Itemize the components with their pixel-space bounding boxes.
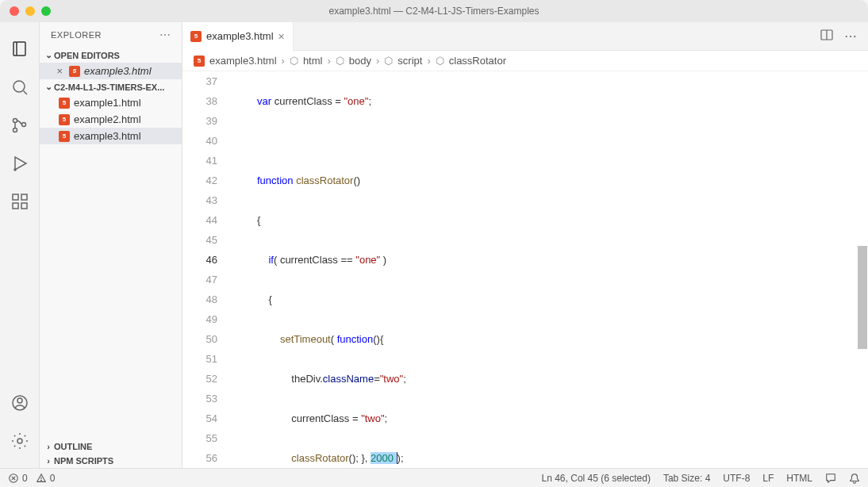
- breadcrumb-item[interactable]: script: [398, 55, 422, 67]
- symbol-icon: ⬡: [436, 55, 444, 67]
- eol-indicator[interactable]: LF: [762, 473, 774, 484]
- tabs-row: 5 example3.html × ⋯: [182, 22, 868, 51]
- window-title: example3.html — C2-M4-L1-JS-Timers-Examp…: [329, 6, 540, 17]
- html-file-icon: 5: [59, 131, 70, 142]
- encoding-indicator[interactable]: UTF-8: [723, 473, 750, 484]
- chevron-right-icon: ›: [427, 55, 430, 67]
- chevron-right-icon: ›: [43, 456, 54, 466]
- outline-label: OUTLINE: [54, 442, 92, 451]
- open-editors-label: OPEN EDITORS: [54, 51, 120, 60]
- split-editor-icon[interactable]: [820, 29, 833, 44]
- code-content[interactable]: var currentClass = "one"; function class…: [230, 71, 868, 468]
- chevron-right-icon: ›: [282, 55, 285, 67]
- explorer-more-icon[interactable]: ⋯: [159, 29, 171, 41]
- svg-rect-8: [21, 194, 27, 200]
- html-file-icon: 5: [190, 31, 202, 42]
- file-name: example2.html: [74, 113, 141, 125]
- open-editor-item[interactable]: × 5 example3.html: [40, 63, 182, 79]
- svg-point-4: [14, 169, 16, 171]
- breadcrumb-item[interactable]: classRotator: [449, 55, 506, 67]
- gutter: 37 38 39 40 41 42 43 44 45 46 47 48 49 5…: [182, 71, 230, 468]
- explorer-icon[interactable]: [9, 38, 31, 60]
- html-file-icon: 5: [59, 114, 70, 125]
- editor-actions: ⋯: [809, 29, 868, 44]
- chevron-down-icon: ⌄: [43, 50, 54, 60]
- chevron-right-icon: ›: [43, 442, 54, 451]
- errors-indicator[interactable]: 0: [8, 473, 28, 484]
- source-control-icon[interactable]: [9, 114, 31, 136]
- tab-label: example3.html: [206, 30, 274, 42]
- titlebar: example3.html — C2-M4-L1-JS-Timers-Examp…: [0, 0, 868, 22]
- maximize-window-button[interactable]: [41, 6, 51, 16]
- file-item[interactable]: 5 example3.html: [40, 128, 182, 144]
- svg-rect-7: [21, 203, 27, 209]
- svg-rect-6: [13, 203, 18, 209]
- outline-section[interactable]: › OUTLINE: [40, 439, 182, 454]
- editor-area: 5 example3.html × ⋯ 5 example3.html › ⬡ …: [182, 22, 868, 468]
- more-actions-icon[interactable]: ⋯: [844, 29, 857, 44]
- warnings-indicator[interactable]: 0: [36, 473, 56, 484]
- breadcrumb-item[interactable]: body: [349, 55, 371, 67]
- chevron-down-icon: ⌄: [43, 82, 54, 92]
- file-item[interactable]: 5 example2.html: [40, 111, 182, 128]
- folder-label: C2-M4-L1-JS-TIMERS-EX...: [54, 82, 164, 92]
- symbol-icon: ⬡: [384, 55, 393, 67]
- open-editor-filename: example3.html: [84, 65, 152, 77]
- traffic-lights: [10, 6, 51, 16]
- close-window-button[interactable]: [10, 6, 19, 16]
- notifications-icon[interactable]: [849, 473, 860, 484]
- breadcrumb-file[interactable]: example3.html: [209, 55, 277, 67]
- svg-point-0: [13, 81, 25, 92]
- open-editors-section[interactable]: ⌄ OPEN EDITORS: [40, 48, 182, 63]
- search-icon[interactable]: [9, 76, 31, 98]
- chevron-right-icon: ›: [327, 55, 330, 67]
- html-file-icon: 5: [69, 66, 80, 77]
- close-editor-icon[interactable]: ×: [54, 65, 65, 77]
- breadcrumb-item[interactable]: html: [303, 55, 323, 67]
- breadcrumb[interactable]: 5 example3.html › ⬡ html › ⬡ body › ⬡ sc…: [182, 51, 868, 71]
- chevron-right-icon: ›: [376, 55, 379, 67]
- feedback-icon[interactable]: [825, 473, 836, 484]
- npm-scripts-section[interactable]: › NPM SCRIPTS: [40, 454, 182, 468]
- npm-label: NPM SCRIPTS: [54, 456, 113, 466]
- svg-point-10: [17, 398, 22, 403]
- svg-point-3: [21, 123, 25, 127]
- symbol-icon: ⬡: [336, 55, 344, 67]
- code-editor[interactable]: 37 38 39 40 41 42 43 44 45 46 47 48 49 5…: [182, 71, 868, 468]
- file-name: example3.html: [74, 130, 141, 142]
- minimize-window-button[interactable]: [25, 6, 35, 16]
- file-name: example1.html: [74, 97, 141, 109]
- svg-point-1: [13, 119, 17, 123]
- explorer-title: EXPLORER: [51, 30, 102, 40]
- run-debug-icon[interactable]: [9, 152, 31, 174]
- language-indicator[interactable]: HTML: [786, 473, 812, 484]
- svg-point-2: [13, 128, 17, 132]
- cursor-position[interactable]: Ln 46, Col 45 (6 selected): [542, 473, 651, 484]
- close-tab-icon[interactable]: ×: [278, 30, 285, 43]
- statusbar: 0 0 Ln 46, Col 45 (6 selected) Tab Size:…: [0, 468, 868, 487]
- main-area: EXPLORER ⋯ ⌄ OPEN EDITORS × 5 example3.h…: [0, 22, 868, 468]
- svg-point-16: [40, 480, 41, 481]
- indent-indicator[interactable]: Tab Size: 4: [663, 473, 710, 484]
- sidebar-header: EXPLORER ⋯: [40, 22, 182, 48]
- settings-gear-icon[interactable]: [9, 430, 31, 452]
- symbol-icon: ⬡: [290, 55, 298, 67]
- extensions-icon[interactable]: [9, 190, 31, 213]
- scrollbar[interactable]: [857, 71, 868, 468]
- accounts-icon[interactable]: [9, 392, 31, 414]
- sidebar: EXPLORER ⋯ ⌄ OPEN EDITORS × 5 example3.h…: [40, 22, 182, 468]
- html-file-icon: 5: [194, 56, 205, 67]
- folder-section[interactable]: ⌄ C2-M4-L1-JS-TIMERS-EX...: [40, 79, 182, 94]
- file-item[interactable]: 5 example1.html: [40, 94, 182, 111]
- scrollbar-thumb[interactable]: [858, 246, 867, 349]
- tab-example3[interactable]: 5 example3.html ×: [182, 22, 294, 51]
- svg-rect-5: [13, 194, 18, 200]
- activity-bar: [0, 22, 40, 468]
- html-file-icon: 5: [59, 98, 70, 109]
- svg-point-11: [17, 439, 22, 443]
